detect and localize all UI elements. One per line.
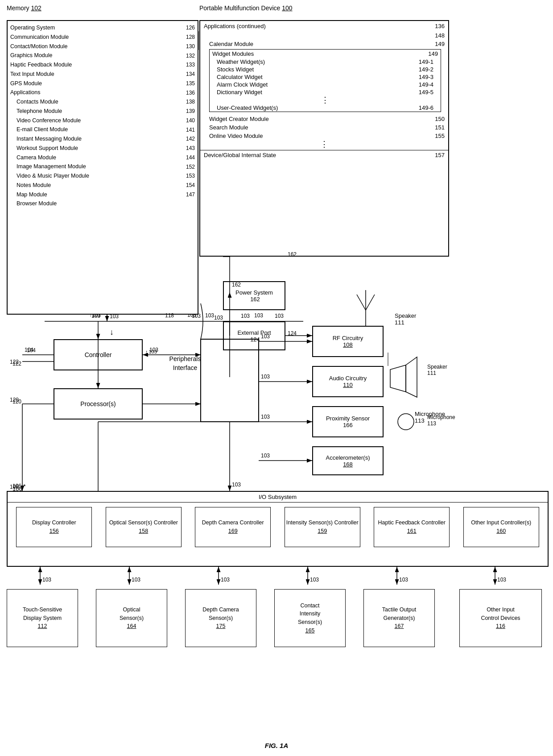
io-subsystem-box: I/O Subsystem Display Controller 156 Opt… bbox=[7, 491, 549, 567]
haptic-ctrl-num: 161 bbox=[407, 527, 417, 536]
optical-sensor-controller-box: Optical Sensor(s) Controller 158 bbox=[106, 507, 182, 547]
mem-row-comm: Communication Module 128 bbox=[8, 33, 198, 42]
audio-num: 110 bbox=[343, 382, 353, 388]
pmd-box: Applications (continued) 136 148 Calenda… bbox=[199, 20, 449, 257]
fig-label: FIG. 1A bbox=[265, 742, 289, 749]
optical-ctrl-num: 158 bbox=[139, 527, 148, 536]
device-state-num: 157 bbox=[435, 152, 445, 158]
depth-camera-controller-box: Depth Camera Controller 169 bbox=[195, 507, 271, 547]
contact-intensity-sensors-box: Contact Intensity Sensor(s) 165 bbox=[274, 589, 346, 647]
audio-circuitry-box: Audio Circuitry 110 bbox=[312, 366, 384, 397]
extport-num: 124 bbox=[250, 336, 260, 343]
optical-ctrl-label: Optical Sensor(s) Controller bbox=[109, 519, 178, 527]
mem-row-graphics: Graphics Module 132 bbox=[8, 51, 198, 60]
search-module-num: 151 bbox=[435, 124, 445, 131]
peripherals-interface-label: Peripherals Interface bbox=[161, 355, 210, 372]
prox-label: Proximity Sensor bbox=[326, 415, 370, 422]
mem-row-contacts: Contacts Module 138 bbox=[8, 97, 198, 107]
device-state-label: Device/Global Internal State bbox=[204, 152, 276, 158]
alarmclock-widget: Alarm Clock Widget bbox=[217, 81, 268, 88]
mem-row-haptic: Haptic Feedback Module 133 bbox=[8, 60, 198, 70]
other-input-ctrl-label: Other Input Controller(s) bbox=[471, 519, 531, 527]
search-module-label: Search Module bbox=[209, 124, 248, 131]
extport-124-ext-label: 124 bbox=[288, 330, 297, 336]
bus-103-arrow-down: ↓ bbox=[110, 328, 114, 336]
diagram-container: 103 103 103 103 103 103 103 103 103 bbox=[0, 0, 553, 756]
dots-2: ⋮ bbox=[200, 140, 448, 148]
touch-display-system-box: Touch-Sensitive Display System 112 bbox=[7, 589, 78, 647]
dots-1: ⋮ bbox=[210, 96, 441, 104]
bus-103-label-2: 103 bbox=[205, 312, 214, 319]
mem-row-map: Map Module 147 bbox=[8, 190, 198, 199]
apps-continued-label: Applications (continued) bbox=[204, 23, 266, 29]
svg-text:103: 103 bbox=[42, 577, 51, 583]
mem-row-camera: Camera Module 144 bbox=[8, 153, 198, 162]
svg-marker-62 bbox=[390, 365, 406, 392]
other-input-controller-box: Other Input Controller(s) 160 bbox=[463, 507, 539, 547]
other-input-control-devices-box: Other Input Control Devices 116 bbox=[459, 589, 542, 647]
mem-row-os: Operating System 126 bbox=[8, 23, 198, 33]
power-num: 162 bbox=[250, 296, 260, 303]
svg-text:103: 103 bbox=[261, 453, 270, 459]
accel-num: 168 bbox=[343, 461, 353, 468]
svg-text:103: 103 bbox=[497, 577, 506, 583]
external-port-label: External Port bbox=[237, 329, 271, 336]
prox-num: 166 bbox=[343, 422, 353, 428]
svg-text:103: 103 bbox=[261, 414, 270, 420]
power-162-ext-label: 162 bbox=[288, 251, 297, 258]
memory-label: Memory 102 bbox=[7, 4, 41, 12]
depth-cam-ctrl-num: 169 bbox=[228, 527, 238, 536]
svg-text:103: 103 bbox=[232, 482, 241, 488]
calendar-num: 149 bbox=[435, 41, 445, 47]
intensity-ctrl-label: Intensity Sensor(s) Controller bbox=[286, 519, 359, 527]
intensity-sensor-controller-box: Intensity Sensor(s) Controller 159 bbox=[285, 507, 360, 547]
mem-row-telephone: Telephone Module 139 bbox=[8, 107, 198, 116]
apps-num-148: 148 bbox=[435, 32, 445, 39]
dictionary-widget: Dictionary Widget bbox=[217, 89, 262, 96]
rf-circuitry-box: RF Circuitry 108 bbox=[312, 326, 384, 357]
tactile-output-generators-box: Tactile Output Generator(s) 167 bbox=[363, 589, 435, 647]
svg-rect-14 bbox=[201, 339, 259, 422]
stocks-widget: Stocks Widget bbox=[217, 66, 254, 73]
svg-text:103: 103 bbox=[261, 374, 270, 380]
haptic-ctrl-label: Haptic Feedback Controller bbox=[378, 519, 446, 527]
pmd-label: Portable Multifunction Device 100 bbox=[199, 4, 293, 12]
svg-text:103: 103 bbox=[275, 313, 284, 319]
mem-row-browser: Browser Module bbox=[8, 199, 198, 208]
io-title: I/O Subsystem bbox=[8, 492, 548, 503]
calculator-widget: Calculator Widget bbox=[217, 74, 263, 80]
weather-widget: Weather Widget(s) bbox=[217, 58, 265, 65]
external-port-box: External Port 124 bbox=[223, 321, 285, 350]
mem-row-apps: Applications 136 bbox=[8, 88, 198, 97]
depth-cam-ctrl-label: Depth Camera Controller bbox=[202, 519, 264, 527]
display-ctrl-num: 156 bbox=[50, 527, 59, 536]
rf-num: 108 bbox=[343, 341, 353, 348]
svg-text:103: 103 bbox=[214, 315, 223, 321]
rf-label: RF Circuitry bbox=[333, 335, 363, 341]
controller-label: Controller bbox=[85, 351, 112, 358]
mem-row-workout: Workout Support Module 143 bbox=[8, 144, 198, 153]
haptic-controller-box: Haptic Feedback Controller 161 bbox=[374, 507, 450, 547]
svg-point-64 bbox=[398, 414, 414, 430]
apps-num-136: 136 bbox=[435, 23, 445, 29]
display-controller-box: Display Controller 156 bbox=[16, 507, 92, 547]
audio-label: Audio Circuitry bbox=[329, 375, 367, 382]
svg-line-59 bbox=[357, 295, 366, 310]
online-video-label: Online Video Module bbox=[209, 133, 263, 139]
memory-box: Operating System 126 Communication Modul… bbox=[7, 20, 198, 315]
mem-row-notes: Notes Module 154 bbox=[8, 181, 198, 190]
mem-row-contact: Contact/Motion Module 130 bbox=[8, 42, 198, 51]
ctrl-periph-103: ↕103 bbox=[145, 349, 157, 354]
svg-text:103: 103 bbox=[310, 577, 319, 583]
num-104-label: 104 bbox=[27, 347, 36, 353]
widget-modules-label: Widget Modules bbox=[212, 50, 254, 57]
calendar-module-label: Calendar Module bbox=[209, 41, 253, 47]
accelerometers-box: Accelerometer(s) 168 bbox=[312, 446, 384, 475]
mem-row-im: Instant Messaging Module 142 bbox=[8, 134, 198, 144]
svg-line-60 bbox=[366, 295, 375, 310]
power-system-box: Power System 162 bbox=[223, 281, 285, 310]
optical-sensors-box: Optical Sensor(s) 164 bbox=[96, 589, 167, 647]
other-input-ctrl-num: 160 bbox=[496, 527, 506, 536]
mem-row-gps: GPS Module 135 bbox=[8, 79, 198, 88]
svg-text:103: 103 bbox=[399, 577, 408, 583]
